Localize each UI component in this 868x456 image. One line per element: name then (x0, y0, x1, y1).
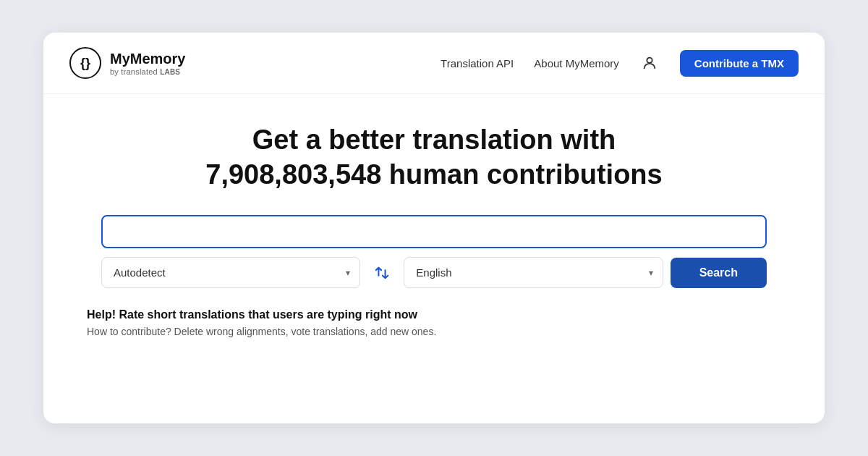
footer-section: Help! Rate short translations that users… (43, 288, 825, 337)
hero-section: Get a better translation with 7,908,803,… (43, 94, 825, 288)
footer-section-description: How to contribute? Delete wrong alignmen… (87, 326, 781, 337)
contribute-tmx-button[interactable]: Contribute a TMX (680, 50, 799, 77)
search-input[interactable] (114, 225, 754, 238)
logo-text: MyMemory by translated LABS (110, 50, 185, 76)
nav-right: Translation API About MyMemory Contribut… (441, 50, 799, 77)
svg-point-0 (647, 58, 652, 63)
nav-link-translation-api[interactable]: Translation API (441, 57, 514, 69)
header: {} MyMemory by translated LABS Translati… (43, 33, 825, 94)
target-language-select[interactable]: English Spanish French German Italian (404, 257, 663, 288)
nav-link-about[interactable]: About MyMemory (534, 57, 619, 69)
source-language-select[interactable]: Autodetect English Spanish French German (101, 257, 360, 288)
user-icon[interactable] (639, 53, 660, 73)
logo-icon: {} (69, 47, 101, 79)
hero-title: Get a better translation with 7,908,803,… (205, 123, 662, 192)
target-lang-wrapper: English Spanish French German Italian ▾ (404, 257, 663, 288)
search-input-wrapper (101, 215, 767, 248)
search-area: Autodetect English Spanish French German… (101, 215, 767, 288)
logo-sub: by translated LABS (110, 67, 185, 76)
search-controls: Autodetect English Spanish French German… (101, 257, 767, 288)
main-card: {} MyMemory by translated LABS Translati… (43, 33, 825, 423)
search-button[interactable]: Search (671, 258, 767, 288)
logo-name: MyMemory (110, 50, 185, 67)
swap-languages-button[interactable] (367, 258, 396, 287)
footer-section-title: Help! Rate short translations that users… (87, 308, 781, 321)
logo-area: {} MyMemory by translated LABS (69, 47, 185, 79)
source-lang-wrapper: Autodetect English Spanish French German… (101, 257, 360, 288)
